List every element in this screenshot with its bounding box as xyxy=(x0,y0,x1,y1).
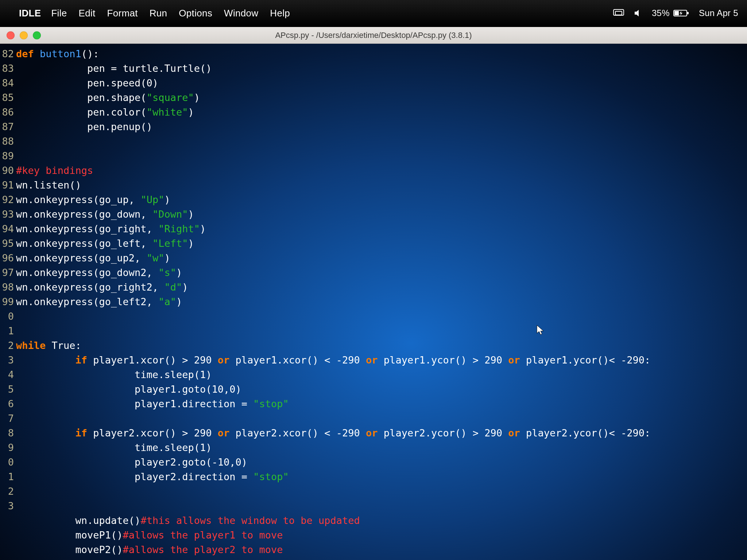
minimize-button[interactable] xyxy=(20,31,28,39)
code-line[interactable]: moveP1()#allows the player1 to move xyxy=(0,528,747,542)
code-line[interactable]: 85 pen.shape("square") xyxy=(0,90,747,105)
code-line[interactable]: 96wn.onkeypress(go_up2, "w") xyxy=(0,251,747,265)
line-number: 83 xyxy=(0,61,16,76)
code-line[interactable]: moveP2()#allows the player2 to move xyxy=(0,542,747,557)
code-content[interactable]: moveP1()#allows the player1 to move xyxy=(16,528,747,542)
code-content[interactable]: pen = turtle.Turtle() xyxy=(16,61,747,76)
battery-status[interactable]: 35% xyxy=(652,8,689,18)
volume-icon[interactable] xyxy=(634,9,642,17)
code-line[interactable]: 94wn.onkeypress(go_right, "Right") xyxy=(0,222,747,236)
code-content[interactable]: time.sleep(delay)#keeps the player at a … xyxy=(16,557,747,560)
menu-file[interactable]: File xyxy=(51,8,67,19)
code-line[interactable]: 7 xyxy=(0,411,747,426)
code-line[interactable]: 91wn.listen() xyxy=(0,178,747,192)
menubar-clock[interactable]: Sun Apr 5 xyxy=(699,8,738,18)
zoom-button[interactable] xyxy=(33,31,41,39)
menu-help[interactable]: Help xyxy=(270,8,290,19)
code-line[interactable]: 93wn.onkeypress(go_down, "Down") xyxy=(0,207,747,222)
code-line[interactable]: 95wn.onkeypress(go_left, "Left") xyxy=(0,236,747,251)
code-content[interactable]: wn.listen() xyxy=(16,178,747,192)
code-content[interactable] xyxy=(16,484,747,499)
code-content[interactable]: player2.direction = "stop" xyxy=(16,470,747,484)
code-content[interactable]: pen.color("white") xyxy=(16,105,747,120)
code-line[interactable]: 87 pen.penup() xyxy=(0,120,747,134)
code-line[interactable]: 89 xyxy=(0,149,747,163)
menu-format[interactable]: Format xyxy=(107,8,138,19)
code-content[interactable]: pen.speed(0) xyxy=(16,76,747,90)
code-content[interactable] xyxy=(16,411,747,426)
code-content[interactable]: if player2.xcor() > 290 or player2.xcor(… xyxy=(16,426,747,440)
code-content[interactable]: time.sleep(1) xyxy=(16,440,747,455)
code-content[interactable]: #key bindings xyxy=(16,163,747,178)
code-line[interactable]: 86 pen.color("white") xyxy=(0,105,747,120)
menu-options[interactable]: Options xyxy=(179,8,212,19)
code-content[interactable]: wn.onkeypress(go_down, "Down") xyxy=(16,207,747,222)
code-content[interactable]: player1.direction = "stop" xyxy=(16,397,747,411)
code-line[interactable]: 90#key bindings xyxy=(0,163,747,178)
code-content[interactable]: wn.update()#this allows the window to be… xyxy=(16,513,747,528)
window-titlebar[interactable]: APcsp.py - /Users/darxietime/Desktop/APc… xyxy=(0,27,747,44)
line-number: 90 xyxy=(0,163,16,178)
code-content[interactable]: player2.goto(-10,0) xyxy=(16,455,747,470)
code-line[interactable]: 9 time.sleep(1) xyxy=(0,440,747,455)
code-content[interactable] xyxy=(16,149,747,163)
code-line[interactable]: 1 player2.direction = "stop" xyxy=(0,470,747,484)
code-content[interactable]: time.sleep(1) xyxy=(16,368,747,382)
code-line[interactable]: time.sleep(delay)#keeps the player at a … xyxy=(0,557,747,560)
code-line[interactable]: 3 xyxy=(0,499,747,513)
code-content[interactable]: player1.goto(10,0) xyxy=(16,382,747,397)
code-line[interactable]: 5 player1.goto(10,0) xyxy=(0,382,747,397)
app-name[interactable]: IDLE xyxy=(19,8,41,19)
code-editor[interactable]: 82def button1():83 pen = turtle.Turtle()… xyxy=(0,44,747,560)
code-content[interactable]: wn.onkeypress(go_down2, "s") xyxy=(16,265,747,280)
line-number: 3 xyxy=(0,499,16,513)
code-content[interactable]: wn.onkeypress(go_up, "Up") xyxy=(16,192,747,207)
code-line[interactable]: 1 xyxy=(0,324,747,338)
code-content[interactable]: def button1(): xyxy=(16,47,747,61)
line-number: 99 xyxy=(0,295,16,309)
line-number: 86 xyxy=(0,105,16,120)
line-number: 93 xyxy=(0,207,16,222)
code-content[interactable]: pen.penup() xyxy=(16,120,747,134)
code-line[interactable]: wn.update()#this allows the window to be… xyxy=(0,513,747,528)
code-line[interactable]: 88 xyxy=(0,134,747,149)
code-content[interactable]: pen.shape("square") xyxy=(16,90,747,105)
line-number: 94 xyxy=(0,222,16,236)
code-line[interactable]: 92wn.onkeypress(go_up, "Up") xyxy=(0,192,747,207)
code-content[interactable]: moveP2()#allows the player2 to move xyxy=(16,542,747,557)
code-content[interactable] xyxy=(16,134,747,149)
code-line[interactable]: 6 player1.direction = "stop" xyxy=(0,397,747,411)
line-number: 0 xyxy=(0,309,16,324)
code-line[interactable]: 3 if player1.xcor() > 290 or player1.xco… xyxy=(0,353,747,368)
code-content[interactable]: wn.onkeypress(go_left, "Left") xyxy=(16,236,747,251)
line-number: 2 xyxy=(0,484,16,499)
menu-window[interactable]: Window xyxy=(224,8,258,19)
code-line[interactable]: 4 time.sleep(1) xyxy=(0,368,747,382)
code-line[interactable]: 8 if player2.xcor() > 290 or player2.xco… xyxy=(0,426,747,440)
code-line[interactable]: 0 player2.goto(-10,0) xyxy=(0,455,747,470)
code-content[interactable]: while True: xyxy=(16,338,747,353)
code-line[interactable]: 2while True: xyxy=(0,338,747,353)
code-line[interactable]: 82def button1(): xyxy=(0,47,747,61)
line-number: 91 xyxy=(0,178,16,192)
menu-run[interactable]: Run xyxy=(150,8,167,19)
code-content[interactable] xyxy=(16,499,747,513)
code-line[interactable]: 99wn.onkeypress(go_left2, "a") xyxy=(0,295,747,309)
code-line[interactable]: 98wn.onkeypress(go_right2, "d") xyxy=(0,280,747,295)
code-content[interactable]: wn.onkeypress(go_left2, "a") xyxy=(16,295,747,309)
code-content[interactable]: wn.onkeypress(go_right2, "d") xyxy=(16,280,747,295)
code-content[interactable] xyxy=(16,324,747,338)
close-button[interactable] xyxy=(7,31,15,39)
screen-mirror-icon[interactable] xyxy=(613,9,624,17)
code-line[interactable]: 0 xyxy=(0,309,747,324)
menu-edit[interactable]: Edit xyxy=(79,8,96,19)
code-content[interactable]: if player1.xcor() > 290 or player1.xcor(… xyxy=(16,353,747,368)
code-line[interactable]: 2 xyxy=(0,484,747,499)
svg-rect-4 xyxy=(674,11,679,15)
code-line[interactable]: 97wn.onkeypress(go_down2, "s") xyxy=(0,265,747,280)
code-content[interactable]: wn.onkeypress(go_up2, "w") xyxy=(16,251,747,265)
code-content[interactable] xyxy=(16,309,747,324)
code-line[interactable]: 83 pen = turtle.Turtle() xyxy=(0,61,747,76)
code-content[interactable]: wn.onkeypress(go_right, "Right") xyxy=(16,222,747,236)
code-line[interactable]: 84 pen.speed(0) xyxy=(0,76,747,90)
